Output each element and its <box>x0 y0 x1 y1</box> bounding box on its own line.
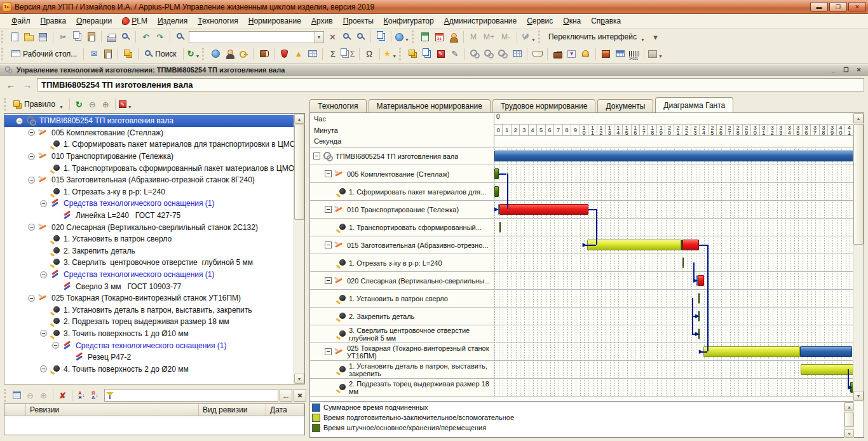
tree-item[interactable]: 2. Закрепить деталь <box>4 245 294 257</box>
edit-elements-button[interactable]: ✎ <box>434 47 447 60</box>
scroll-thumb[interactable] <box>844 412 854 427</box>
pencils-button[interactable]: ✎ <box>448 47 461 60</box>
expander-minus-icon[interactable] <box>28 177 35 184</box>
filter-more-button[interactable]: ... <box>280 389 292 402</box>
tree-item[interactable]: 1. Отрезать з-ку в р-р: L=240 <box>4 186 294 198</box>
print-button[interactable] <box>105 31 118 44</box>
gears-processing-button[interactable] <box>468 47 482 60</box>
access-keys-button[interactable] <box>237 47 250 60</box>
revisions-column-header[interactable]: Вид ревизии <box>199 404 266 416</box>
tree-item[interactable]: 020 Слесарная (Вертикально-сверлильный с… <box>4 221 294 233</box>
current-object-field[interactable]: ТПМВI6805254 ТП изготовления вала <box>37 78 864 92</box>
legend-scrollbar[interactable]: ▲ ▼ <box>844 402 854 438</box>
doc-close-button[interactable]: ✕ <box>853 66 864 74</box>
expander-minus-icon[interactable] <box>325 241 332 248</box>
menu-projects[interactable]: Проекты <box>338 15 379 27</box>
menu-plm[interactable]: PLM <box>117 15 153 27</box>
tree-item[interactable]: Сверло 3 мм ГОСТ 10903-77 <box>4 280 294 292</box>
menu-configurator[interactable]: Конфигуратор <box>379 15 439 27</box>
tree-item[interactable]: 3. Точить поверхность 1 до Ø10 мм <box>4 328 294 340</box>
archive-box-button[interactable] <box>599 47 613 60</box>
rule-dropdown-button[interactable]: Правило▼ <box>10 98 67 111</box>
expander-minus-icon[interactable] <box>52 342 59 349</box>
gantt-task-label-cell[interactable]: 1. Транспортировать сформированный... <box>310 219 494 236</box>
gantt-task-label-cell[interactable]: 1. Установить деталь в патрон, выставить… <box>310 361 494 378</box>
tree-item[interactable]: Резец Р47-2 <box>4 351 294 363</box>
search-button[interactable]: Поиск <box>142 47 179 60</box>
chevron-down-icon[interactable]: ▼ <box>196 54 200 60</box>
rev-delete-button[interactable]: ✘ <box>56 389 69 402</box>
tab-labor-norming[interactable]: Трудовое нормирование <box>492 99 596 112</box>
refresh-button[interactable]: ↻▼ <box>187 47 201 60</box>
find-previous-button[interactable] <box>354 31 367 44</box>
gantt-task-label-cell[interactable]: 2. Подрезать торец выдерживая размер 18 … <box>310 379 494 396</box>
tree-item[interactable]: Средства технологического оснащения (1) <box>4 198 294 210</box>
open-document-button[interactable] <box>22 31 36 44</box>
menu-archive[interactable]: Архив <box>306 15 338 27</box>
gears-route-button[interactable] <box>482 47 496 60</box>
tree-item[interactable]: 025 Токарная (Токарно-винторезный станок… <box>4 292 294 304</box>
briefcase-button[interactable] <box>551 47 564 60</box>
forward-button[interactable]: → <box>20 79 34 90</box>
calendar-button[interactable]: 31 <box>433 31 446 44</box>
tree-item[interactable]: 1. Установить в патрон сверло <box>4 233 294 245</box>
service-settings-button[interactable]: ▼ <box>520 31 536 44</box>
copy-button[interactable] <box>71 31 84 44</box>
notifications-bell-button[interactable] <box>579 47 592 60</box>
filter-input-field[interactable] <box>116 391 278 400</box>
expander-minus-icon[interactable] <box>16 118 23 125</box>
tree-item[interactable]: Средства технологического оснащения (1) <box>4 339 294 351</box>
sort-ascending-button[interactable]: АЯ↓ <box>75 389 88 402</box>
expander-minus-icon[interactable] <box>40 365 47 372</box>
memory-subtract-button[interactable]: M- <box>498 31 513 44</box>
gantt-scrollbar[interactable]: ▲ ▼ <box>853 113 864 402</box>
tab-material-norming[interactable]: Материальное нормирование <box>369 99 491 112</box>
transfer-scheme-button[interactable]: ▼ <box>565 47 578 60</box>
scroll-up-icon[interactable]: ▲ <box>853 113 864 123</box>
marker-button[interactable]: ▲ <box>292 47 305 60</box>
scroll-up-icon[interactable]: ▲ <box>844 402 854 411</box>
tree-item[interactable]: 015 Заготовительная (Абразивно-отрезной … <box>4 174 294 186</box>
tab-gantt[interactable]: Диаграмма Ганта <box>655 97 733 112</box>
gantt-task-label-cell[interactable]: 1. Сформировать пакет материалов для... <box>310 183 494 200</box>
omega-button[interactable]: Ω <box>363 47 376 60</box>
collapse-all-button[interactable]: ⊖ <box>86 98 99 111</box>
expander-minus-icon[interactable] <box>40 271 47 278</box>
chevron-down-icon[interactable]: ▼ <box>392 54 397 60</box>
expander-minus-icon[interactable] <box>325 277 332 284</box>
gantt-task-label-cell[interactable]: 005 Комплектование (Стеллаж) <box>310 165 494 182</box>
gantt-task-label-cell[interactable]: 020 Слесарная (Вертикально-сверлильны... <box>310 272 494 289</box>
barcode-button[interactable]: 14101 <box>627 47 641 60</box>
save-document-button[interactable] <box>36 31 50 44</box>
chevron-down-icon[interactable]: ▼ <box>405 37 409 44</box>
gantt-task-label-cell[interactable]: 015 Заготовительная (Абразивно-отрезно..… <box>310 236 494 254</box>
menu-windows[interactable]: Окна <box>558 15 586 27</box>
subordination-structure-button[interactable] <box>121 47 135 60</box>
redo-button[interactable]: ↷ <box>153 31 166 44</box>
gears-add-button[interactable] <box>496 47 510 60</box>
print-preview-button[interactable] <box>119 31 132 44</box>
toolbar-overflow-button[interactable]: ▾ <box>649 31 662 44</box>
tree-item[interactable]: 010 Транспортирование (Тележка) <box>4 151 294 163</box>
information-button[interactable]: ▼ <box>395 31 410 44</box>
doc-minimize-button[interactable]: _ <box>828 66 839 74</box>
tree-item[interactable]: 1. Транспортировать сформированный пакет… <box>4 162 294 174</box>
menu-technology[interactable]: Технология <box>193 15 243 27</box>
expander-minus-icon[interactable] <box>28 129 35 136</box>
tree-item[interactable]: Линейка L=240 ГОСТ 427-75 <box>4 210 294 222</box>
expander-minus-icon[interactable] <box>325 348 332 355</box>
journal-button[interactable] <box>257 47 271 60</box>
sum-by-folder-button[interactable]: Σ <box>340 47 355 60</box>
scroll-down-icon[interactable]: ▼ <box>294 374 304 384</box>
tree-scrollbar[interactable]: ▲ ▼ <box>294 114 304 384</box>
menu-service[interactable]: Сервис <box>522 15 558 27</box>
switch-interface-button[interactable]: Переключить интерфейс▼ <box>545 31 648 44</box>
gantt-task-label-cell[interactable]: 010 Транспортирование (Тележка) <box>310 201 494 218</box>
menu-file[interactable]: Файл <box>6 15 36 27</box>
filter-clear-button[interactable]: ✕ <box>294 389 306 402</box>
table-view-button[interactable] <box>613 47 627 60</box>
scroll-down-icon[interactable]: ▼ <box>844 429 854 438</box>
scroll-down-icon[interactable]: ▼ <box>853 391 864 401</box>
gantt-task-label-cell[interactable]: 1. Отрезать з-ку в р-р: L=240 <box>310 254 494 271</box>
scroll-thumb[interactable] <box>853 124 864 245</box>
